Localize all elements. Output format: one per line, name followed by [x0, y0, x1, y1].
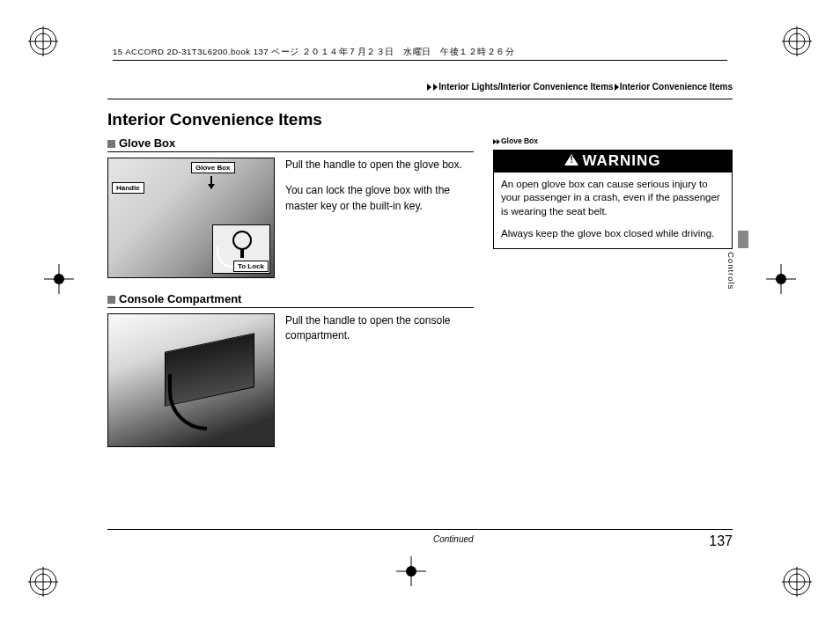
svg-point-1 [35, 33, 51, 49]
sidebar-reference-text: Glove Box [501, 136, 538, 145]
divider [107, 529, 733, 530]
figure-console-compartment [107, 313, 275, 447]
warning-box: WARNING An open glove box can cause seri… [493, 150, 733, 249]
registration-mark-icon [44, 264, 74, 294]
breadcrumb-part: Interior Lights/Interior Convenience Ite… [438, 82, 613, 92]
callout-to-lock: To Lock [233, 261, 269, 272]
square-bullet-icon [107, 296, 115, 304]
crop-mark-icon [782, 567, 812, 597]
section-heading-text: Console Compartment [119, 292, 241, 305]
callout-glove-box: Glove Box [191, 162, 235, 173]
arrow-down-icon [210, 176, 212, 188]
key-icon [240, 249, 244, 258]
svg-point-13 [789, 574, 805, 590]
thumb-tab [738, 231, 748, 248]
registration-mark-icon [766, 264, 796, 294]
figure-glove-box: Glove Box Handle To Lock [107, 158, 275, 278]
callout-handle: Handle [112, 182, 144, 194]
chevron-right-icon [615, 84, 619, 91]
warning-text: Always keep the glove box closed while d… [501, 227, 725, 241]
section-heading-console: Console Compartment [107, 292, 474, 308]
chevron-right-icon [433, 84, 438, 91]
divider [107, 99, 733, 99]
source-file-line: 15 ACCORD 2D-31T3L6200.book 137 ページ ２０１４… [113, 47, 727, 61]
registration-mark-icon [396, 556, 426, 586]
svg-point-0 [30, 28, 56, 55]
svg-point-9 [35, 574, 51, 590]
crop-mark-icon [28, 567, 58, 597]
section-heading-glove-box: Glove Box [107, 136, 474, 152]
svg-point-18 [54, 274, 64, 284]
open-arrow-icon [168, 374, 207, 430]
crop-mark-icon [782, 26, 812, 56]
sidebar-reference: Glove Box [493, 136, 733, 146]
body-text: Pull the handle to open the console comp… [285, 313, 474, 344]
square-bullet-icon [107, 140, 115, 148]
breadcrumb-part: Interior Convenience Items [620, 82, 733, 92]
chevron-right-icon [427, 84, 431, 91]
svg-point-24 [406, 566, 416, 577]
section-heading-text: Glove Box [119, 136, 175, 150]
svg-point-4 [784, 28, 810, 55]
breadcrumb: Interior Lights/Interior Convenience Ite… [426, 82, 733, 92]
svg-point-12 [784, 569, 810, 595]
warning-triangle-icon [564, 154, 578, 165]
body-text: Pull the handle to open the glove box. [285, 158, 474, 173]
warning-header: WARNING [494, 151, 732, 173]
section-tab-label: Controls [726, 252, 736, 290]
page-title: Interior Convenience Items [107, 110, 322, 129]
warning-label: WARNING [582, 152, 660, 169]
warning-text: An open glove box can cause serious inju… [501, 178, 725, 219]
page-number: 137 [709, 533, 733, 549]
svg-point-5 [789, 33, 805, 49]
svg-point-21 [776, 274, 786, 284]
chevron-right-icon [493, 137, 500, 146]
continued-label: Continued [433, 534, 474, 544]
svg-point-8 [30, 569, 56, 595]
crop-mark-icon [28, 26, 58, 56]
body-text: You can lock the glove box with the mast… [285, 183, 474, 214]
